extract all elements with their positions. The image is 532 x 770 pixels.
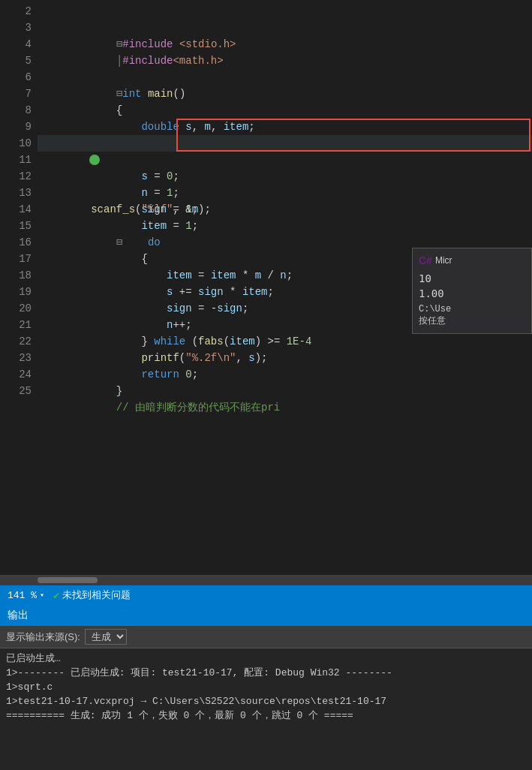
output-content: 已启动生成… 1>-------- 已启动生成: 项目: test21-10-1… bbox=[0, 648, 532, 770]
output-line-2: 1>-------- 已启动生成: 项目: test21-10-17, 配置: … bbox=[6, 666, 526, 680]
code-line-4: │#include<math.h> bbox=[38, 36, 532, 53]
source-select[interactable]: 生成 调试 测试 bbox=[85, 629, 127, 645]
no-issues-text: 未找到相关问题 bbox=[62, 588, 131, 602]
horizontal-scrollbar[interactable] bbox=[0, 575, 532, 585]
code-line-24: } bbox=[38, 366, 532, 383]
popup-title: Micr bbox=[435, 255, 452, 266]
code-line-7: { bbox=[38, 86, 532, 102]
code-line-22: printf("%.2f\n", s); bbox=[38, 333, 532, 350]
code-line-2 bbox=[38, 3, 532, 20]
code-line-14: item = 1; bbox=[38, 201, 532, 218]
code-line-10: scanf_s("%lf", &m); bbox=[38, 135, 532, 152]
output-panel: 输出 显示输出来源(S): 生成 调试 测试 已启动生成… 1>--------… bbox=[0, 605, 532, 770]
popup-path: C:\Use bbox=[419, 304, 525, 314]
output-line-1: 已启动生成… bbox=[6, 651, 526, 666]
output-line-5: ========== 生成: 成功 1 个，失败 0 个，最新 0 个，跳过 0… bbox=[6, 708, 526, 723]
status-bar: 141 % ▾ ✔ 未找到相关问题 bbox=[0, 585, 532, 605]
debug-popup: C# Micr 10 1.00 C:\Use 按任意 bbox=[412, 248, 532, 334]
popup-content: 10 1.00 bbox=[419, 271, 525, 301]
code-line-6: ⊟int main() bbox=[38, 69, 532, 86]
code-line-9: int n, sign; bbox=[38, 119, 532, 135]
code-line-8: double s, m, item; bbox=[38, 102, 532, 119]
code-line-13: sign = 1; bbox=[38, 185, 532, 201]
code-line-23: return 0; bbox=[38, 350, 532, 366]
code-line-25: // 由暗判断分数的代码不能在pri bbox=[38, 383, 532, 399]
code-line-11: s = 0; bbox=[38, 152, 532, 168]
ms-icon: C# bbox=[419, 254, 432, 266]
output-header: 输出 bbox=[0, 605, 532, 626]
code-line-5 bbox=[38, 53, 532, 69]
zoom-dropdown-icon[interactable]: ▾ bbox=[40, 591, 44, 600]
source-label: 显示输出来源(S): bbox=[6, 630, 80, 644]
popup-line2: 1.00 bbox=[419, 286, 525, 301]
output-line-3: 1>sqrt.c bbox=[6, 680, 526, 694]
popup-header: C# Micr bbox=[419, 254, 525, 266]
output-toolbar: 显示输出来源(S): 生成 调试 测试 bbox=[0, 626, 532, 648]
popup-hint: 按任意 bbox=[419, 314, 525, 327]
zoom-label: 141 % bbox=[8, 590, 37, 601]
popup-line1: 10 bbox=[419, 271, 525, 286]
output-line-4: 1>test21-10-17.vcxproj → C:\Users\S2522\… bbox=[6, 694, 526, 708]
no-issues-indicator: ✔ 未找到相关问题 bbox=[53, 588, 131, 602]
zoom-control[interactable]: 141 % ▾ bbox=[8, 590, 44, 601]
code-line-3: ⊟#include <stdio.h> bbox=[38, 20, 532, 36]
line-numbers: 2 3 4 5 6 7 8 9 10 11 12 13 14 15 16 17 … bbox=[0, 0, 38, 605]
code-line-15: ⊟ do bbox=[38, 218, 532, 234]
scroll-thumb[interactable] bbox=[38, 577, 98, 583]
check-icon: ✔ bbox=[53, 589, 59, 602]
code-line-12: n = 1; bbox=[38, 168, 532, 185]
output-title: 输出 bbox=[8, 609, 29, 622]
